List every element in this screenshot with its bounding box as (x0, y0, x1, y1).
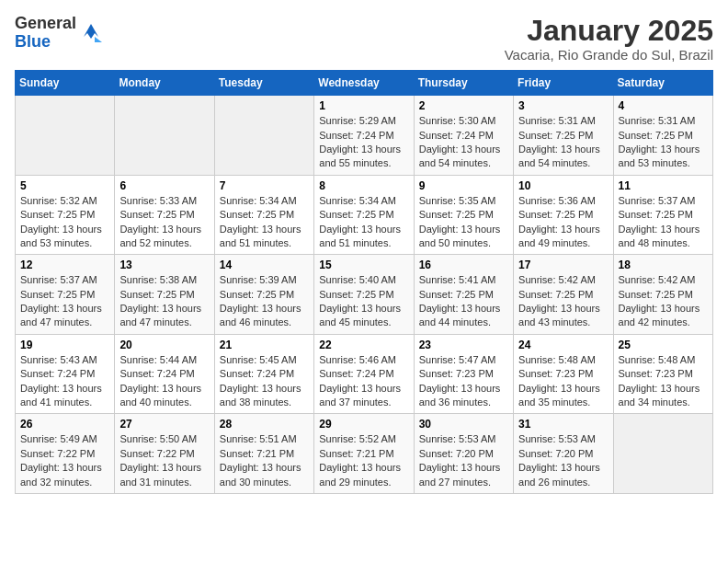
svg-marker-0 (84, 24, 98, 39)
day-of-week-header: Wednesday (314, 71, 414, 96)
day-number: 24 (518, 339, 608, 351)
day-info: Sunrise: 5:41 AMSunset: 7:25 PMDaylight:… (419, 273, 508, 330)
calendar-table: SundayMondayTuesdayWednesdayThursdayFrid… (15, 70, 713, 494)
calendar-cell: 30Sunrise: 5:53 AMSunset: 7:20 PMDayligh… (414, 414, 513, 494)
calendar-week-row: 1Sunrise: 5:29 AMSunset: 7:24 PMDaylight… (16, 96, 713, 176)
day-info: Sunrise: 5:37 AMSunset: 7:25 PMDaylight:… (619, 194, 708, 251)
calendar-cell: 7Sunrise: 5:34 AMSunset: 7:25 PMDaylight… (214, 175, 313, 255)
day-info: Sunrise: 5:35 AMSunset: 7:25 PMDaylight:… (419, 194, 508, 251)
calendar-cell: 3Sunrise: 5:31 AMSunset: 7:25 PMDaylight… (514, 96, 613, 176)
logo: General Blue (15, 15, 106, 52)
day-info: Sunrise: 5:46 AMSunset: 7:24 PMDaylight:… (319, 353, 408, 410)
day-info: Sunrise: 5:36 AMSunset: 7:25 PMDaylight:… (518, 194, 608, 251)
day-info: Sunrise: 5:33 AMSunset: 7:25 PMDaylight:… (119, 194, 209, 251)
calendar-cell: 15Sunrise: 5:40 AMSunset: 7:25 PMDayligh… (314, 255, 414, 335)
day-info: Sunrise: 5:42 AMSunset: 7:25 PMDaylight:… (619, 273, 708, 330)
calendar-cell: 29Sunrise: 5:52 AMSunset: 7:21 PMDayligh… (314, 414, 414, 494)
day-number: 9 (419, 179, 508, 192)
day-number: 12 (20, 259, 109, 271)
logo-icon (76, 18, 106, 48)
day-number: 20 (119, 339, 209, 351)
day-info: Sunrise: 5:52 AMSunset: 7:21 PMDaylight:… (319, 432, 408, 489)
day-number: 4 (619, 99, 708, 112)
day-info: Sunrise: 5:48 AMSunset: 7:23 PMDaylight:… (518, 353, 608, 410)
day-number: 13 (119, 259, 209, 271)
calendar-cell: 17Sunrise: 5:42 AMSunset: 7:25 PMDayligh… (514, 255, 613, 335)
page-title: January 2025 (505, 15, 713, 47)
day-info: Sunrise: 5:53 AMSunset: 7:20 PMDaylight:… (518, 432, 608, 489)
day-info: Sunrise: 5:48 AMSunset: 7:23 PMDaylight:… (619, 353, 708, 410)
day-info: Sunrise: 5:34 AMSunset: 7:25 PMDaylight:… (220, 194, 309, 251)
day-number: 22 (319, 339, 408, 351)
calendar-cell (115, 96, 214, 176)
calendar-cell (214, 96, 313, 176)
calendar-cell: 1Sunrise: 5:29 AMSunset: 7:24 PMDaylight… (314, 96, 414, 176)
calendar-cell: 24Sunrise: 5:48 AMSunset: 7:23 PMDayligh… (514, 334, 613, 414)
day-of-week-header: Monday (115, 71, 214, 96)
calendar-week-row: 26Sunrise: 5:49 AMSunset: 7:22 PMDayligh… (16, 414, 713, 494)
calendar-cell: 21Sunrise: 5:45 AMSunset: 7:24 PMDayligh… (214, 334, 313, 414)
day-number: 11 (619, 179, 708, 192)
logo-blue-text: Blue (15, 33, 76, 52)
calendar-header-row: SundayMondayTuesdayWednesdayThursdayFrid… (16, 71, 713, 96)
calendar-cell: 8Sunrise: 5:34 AMSunset: 7:25 PMDaylight… (314, 175, 414, 255)
day-number: 2 (419, 99, 508, 112)
calendar-cell (613, 414, 712, 494)
day-number: 3 (518, 99, 608, 112)
day-number: 10 (518, 179, 608, 192)
day-number: 5 (20, 179, 109, 192)
day-number: 31 (518, 418, 608, 431)
day-number: 6 (119, 179, 209, 192)
day-number: 25 (619, 339, 708, 351)
calendar-cell: 4Sunrise: 5:31 AMSunset: 7:25 PMDaylight… (613, 96, 712, 176)
calendar-week-row: 5Sunrise: 5:32 AMSunset: 7:25 PMDaylight… (16, 175, 713, 255)
day-info: Sunrise: 5:29 AMSunset: 7:24 PMDaylight:… (319, 114, 408, 171)
day-info: Sunrise: 5:49 AMSunset: 7:22 PMDaylight:… (20, 432, 109, 489)
calendar-week-row: 12Sunrise: 5:37 AMSunset: 7:25 PMDayligh… (16, 255, 713, 335)
day-info: Sunrise: 5:31 AMSunset: 7:25 PMDaylight:… (518, 114, 608, 171)
day-number: 28 (220, 418, 309, 431)
calendar-cell: 11Sunrise: 5:37 AMSunset: 7:25 PMDayligh… (613, 175, 712, 255)
title-block: January 2025 Vacaria, Rio Grande do Sul,… (505, 15, 713, 63)
day-info: Sunrise: 5:50 AMSunset: 7:22 PMDaylight:… (119, 432, 209, 489)
day-info: Sunrise: 5:47 AMSunset: 7:23 PMDaylight:… (419, 353, 508, 410)
day-info: Sunrise: 5:51 AMSunset: 7:21 PMDaylight:… (220, 432, 309, 489)
calendar-cell: 18Sunrise: 5:42 AMSunset: 7:25 PMDayligh… (613, 255, 712, 335)
day-number: 15 (319, 259, 408, 271)
calendar-cell: 10Sunrise: 5:36 AMSunset: 7:25 PMDayligh… (514, 175, 613, 255)
day-info: Sunrise: 5:30 AMSunset: 7:24 PMDaylight:… (419, 114, 508, 171)
day-info: Sunrise: 5:40 AMSunset: 7:25 PMDaylight:… (319, 273, 408, 330)
day-of-week-header: Sunday (16, 71, 115, 96)
calendar-cell: 9Sunrise: 5:35 AMSunset: 7:25 PMDaylight… (414, 175, 513, 255)
calendar-cell: 19Sunrise: 5:43 AMSunset: 7:24 PMDayligh… (16, 334, 115, 414)
calendar-cell: 14Sunrise: 5:39 AMSunset: 7:25 PMDayligh… (214, 255, 313, 335)
day-info: Sunrise: 5:45 AMSunset: 7:24 PMDaylight:… (220, 353, 309, 410)
day-info: Sunrise: 5:38 AMSunset: 7:25 PMDaylight:… (119, 273, 209, 330)
day-info: Sunrise: 5:42 AMSunset: 7:25 PMDaylight:… (518, 273, 608, 330)
calendar-cell: 6Sunrise: 5:33 AMSunset: 7:25 PMDaylight… (115, 175, 214, 255)
day-of-week-header: Tuesday (214, 71, 313, 96)
calendar-cell: 2Sunrise: 5:30 AMSunset: 7:24 PMDaylight… (414, 96, 513, 176)
day-number: 14 (220, 259, 309, 271)
calendar-cell: 27Sunrise: 5:50 AMSunset: 7:22 PMDayligh… (115, 414, 214, 494)
calendar-cell: 25Sunrise: 5:48 AMSunset: 7:23 PMDayligh… (613, 334, 712, 414)
day-number: 27 (119, 418, 209, 431)
day-info: Sunrise: 5:43 AMSunset: 7:24 PMDaylight:… (20, 353, 109, 410)
calendar-cell: 22Sunrise: 5:46 AMSunset: 7:24 PMDayligh… (314, 334, 414, 414)
day-of-week-header: Saturday (613, 71, 712, 96)
day-number: 21 (220, 339, 309, 351)
day-number: 16 (419, 259, 508, 271)
day-info: Sunrise: 5:39 AMSunset: 7:25 PMDaylight:… (220, 273, 309, 330)
calendar-cell: 16Sunrise: 5:41 AMSunset: 7:25 PMDayligh… (414, 255, 513, 335)
calendar-cell: 12Sunrise: 5:37 AMSunset: 7:25 PMDayligh… (16, 255, 115, 335)
day-number: 19 (20, 339, 109, 351)
day-number: 26 (20, 418, 109, 431)
day-number: 18 (619, 259, 708, 271)
day-number: 23 (419, 339, 508, 351)
calendar-cell: 31Sunrise: 5:53 AMSunset: 7:20 PMDayligh… (514, 414, 613, 494)
calendar-cell: 13Sunrise: 5:38 AMSunset: 7:25 PMDayligh… (115, 255, 214, 335)
svg-marker-1 (95, 37, 102, 42)
page-subtitle: Vacaria, Rio Grande do Sul, Brazil (505, 47, 713, 63)
day-info: Sunrise: 5:34 AMSunset: 7:25 PMDaylight:… (319, 194, 408, 251)
day-number: 29 (319, 418, 408, 431)
